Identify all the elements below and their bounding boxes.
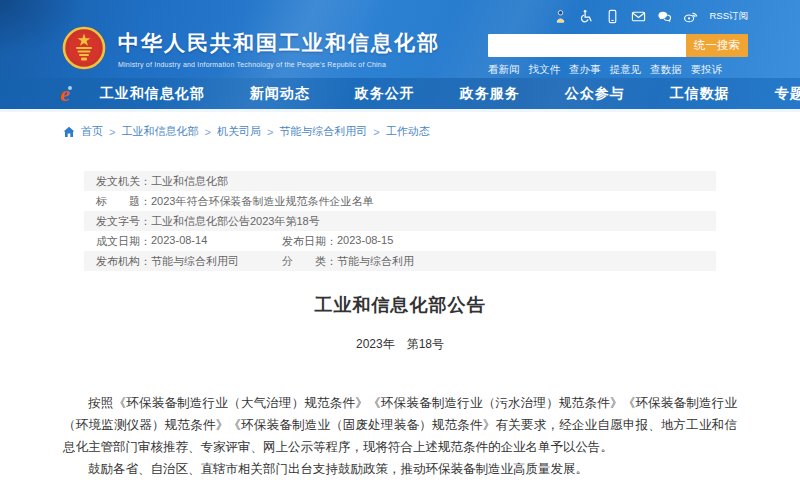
quick-link-services[interactable]: 查办事 (569, 63, 601, 77)
meta-label: 发文字号： (96, 214, 151, 229)
meta-label: 分 类： (282, 254, 337, 269)
breadcrumb-separator: > (204, 126, 210, 138)
nav-item-special-columns[interactable]: 专题专栏 (775, 85, 800, 103)
breadcrumb-work-updates[interactable]: 工作动态 (386, 124, 430, 139)
meta-label: 发布机构： (96, 254, 151, 269)
quick-link-data[interactable]: 查数据 (650, 63, 682, 77)
breadcrumb-miit[interactable]: 工业和信息化部 (121, 124, 198, 139)
meta-row-doc-number: 发文字号：工业和信息化部公告2023年第18号 (84, 211, 716, 231)
search-bar: 统一搜索 (488, 34, 748, 57)
header-tools: RSS订阅 统一搜索 看新闻 找文件 查办事 提意见 查数据 要投诉 (488, 8, 748, 77)
site-logo[interactable]: 中华人民共和国工业和信息化部 Ministry of Industry and … (62, 26, 440, 70)
wechat-icon[interactable] (657, 9, 672, 24)
quick-link-files[interactable]: 找文件 (529, 63, 561, 77)
ministry-title-en: Ministry of Industry and Information Tec… (118, 61, 440, 68)
meta-label: 发文机关： (96, 174, 151, 189)
header-icons-row: RSS订阅 (488, 8, 748, 24)
breadcrumb-home[interactable]: 首页 (81, 124, 103, 139)
main-nav: e 工业和信息化部 新闻动态 政务公开 政务服务 公众参与 工信数据 专题专栏 (0, 78, 800, 112)
home-icon[interactable] (63, 126, 75, 138)
mail-icon[interactable] (631, 9, 646, 24)
ministry-title-cn: 中华人民共和国工业和信息化部 (118, 29, 440, 57)
nav-item-data[interactable]: 工信数据 (670, 85, 730, 103)
nav-item-miit[interactable]: 工业和信息化部 (100, 85, 205, 103)
quick-links: 看新闻 找文件 查办事 提意见 查数据 要投诉 (488, 63, 748, 77)
nav-item-public-participation[interactable]: 公众参与 (565, 85, 625, 103)
quick-link-opinions[interactable]: 提意见 (610, 63, 642, 77)
meta-value: 2023年符合环保装备制造业规范条件企业名单 (151, 194, 373, 209)
miit-e-logo-icon[interactable]: e (60, 83, 70, 105)
search-input[interactable] (488, 34, 686, 57)
breadcrumb-separator: > (373, 126, 379, 138)
announcement-body: 按照《环保装备制造行业（大气治理）规范条件》《环保装备制造行业（污水治理）规范条… (63, 392, 737, 480)
breadcrumb-energy-dept[interactable]: 节能与综合利用司 (279, 124, 367, 139)
quick-link-news[interactable]: 看新闻 (488, 63, 520, 77)
meta-value: 工业和信息化部公告2023年第18号 (151, 214, 320, 229)
search-button[interactable]: 统一搜索 (686, 34, 748, 57)
meta-value: 工业和信息化部 (151, 174, 228, 189)
body-paragraph: 鼓励各省、自治区、直辖市相关部门出台支持鼓励政策，推动环保装备制造业高质量发展。 (63, 458, 737, 480)
breadcrumb: 首页 > 工业和信息化部 > 机关司局 > 节能与综合利用司 > 工作动态 (0, 112, 800, 149)
breadcrumb-departments[interactable]: 机关司局 (217, 124, 261, 139)
mobile-icon[interactable] (605, 9, 620, 24)
rss-subscribe-link[interactable]: RSS订阅 (709, 10, 748, 23)
meta-value: 2023-08-14 (151, 234, 207, 249)
meta-row-dates: 成文日期：2023-08-14 发布日期：2023-08-15 (84, 231, 716, 251)
document-meta-table: 发文机关：工业和信息化部 标 题：2023年符合环保装备制造业规范条件企业名单 … (84, 171, 716, 271)
announcement-title: 工业和信息化部公告 (63, 293, 737, 317)
breadcrumb-separator: > (267, 126, 273, 138)
announcement-number: 2023年 第18号 (63, 336, 737, 353)
breadcrumb-separator: > (109, 126, 115, 138)
nav-item-gov-services[interactable]: 政务服务 (460, 85, 520, 103)
meta-value: 2023-08-15 (337, 234, 393, 249)
nav-item-gov-disclosure[interactable]: 政务公开 (355, 85, 415, 103)
wheelchair-icon[interactable] (579, 9, 594, 24)
national-emblem-icon (62, 26, 106, 70)
weibo-icon[interactable] (683, 9, 698, 24)
meta-row-publisher-category: 发布机构：节能与综合利用司 分 类：节能与综合利用 (84, 251, 716, 271)
miit-page: 中华人民共和国工业和信息化部 Ministry of Industry and … (0, 0, 800, 482)
meta-label: 标 题： (96, 194, 151, 209)
nav-item-news[interactable]: 新闻动态 (250, 85, 310, 103)
site-header: 中华人民共和国工业和信息化部 Ministry of Industry and … (0, 0, 800, 78)
site-title-block: 中华人民共和国工业和信息化部 Ministry of Industry and … (118, 29, 440, 68)
meta-row-issuing-agency: 发文机关：工业和信息化部 (84, 171, 716, 191)
meta-value: 节能与综合利用 (337, 254, 414, 269)
article-main: 发文机关：工业和信息化部 标 题：2023年符合环保装备制造业规范条件企业名单 … (0, 171, 800, 480)
meta-label: 成文日期： (96, 234, 151, 249)
meta-label: 发布日期： (282, 234, 337, 249)
body-paragraph: 按照《环保装备制造行业（大气治理）规范条件》《环保装备制造行业（污水治理）规范条… (63, 392, 737, 458)
meta-value: 节能与综合利用司 (151, 254, 239, 269)
meta-row-title: 标 题：2023年符合环保装备制造业规范条件企业名单 (84, 191, 716, 211)
quick-link-complaints[interactable]: 要投诉 (691, 63, 723, 77)
accessibility-icon[interactable] (553, 9, 568, 24)
